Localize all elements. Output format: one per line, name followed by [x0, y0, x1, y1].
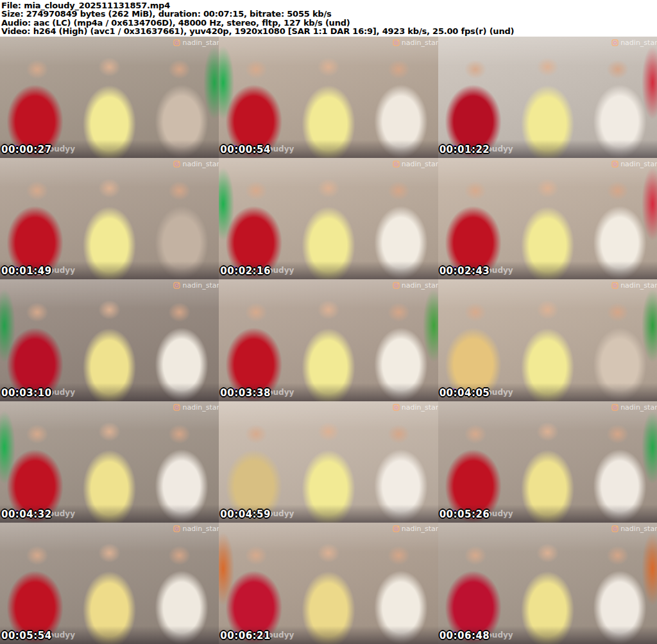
video-thumbnail: nadin_starr mia_cloudyy 00:06:48 — [438, 523, 657, 644]
instagram-icon — [611, 525, 619, 532]
top-watermark-label: nadin_starr — [620, 525, 657, 533]
top-watermark-label: nadin_starr — [182, 39, 219, 47]
instagram-icon — [611, 404, 619, 411]
top-watermark-label: nadin_starr — [620, 281, 657, 290]
instagram-icon — [611, 161, 619, 168]
top-watermark-label: nadin_starr — [182, 403, 219, 412]
video-thumbnail: nadin_starr mia_cloudyy 00:05:54 — [0, 523, 219, 644]
top-watermark-label: nadin_starr — [182, 525, 219, 533]
video-thumbnail: nadin_starr mia_cloudyy 00:05:26 — [438, 401, 657, 523]
top-right-watermark: nadin_starr — [173, 39, 219, 47]
top-right-watermark: nadin_starr — [393, 281, 438, 290]
timestamp-overlay: 00:04:59 — [220, 509, 271, 520]
top-watermark-label: nadin_starr — [402, 39, 438, 47]
timestamp-overlay: 00:05:54 — [1, 630, 52, 641]
instagram-icon — [393, 404, 400, 411]
video-thumbnail: nadin_starr mia_cloudyy 00:04:05 — [438, 279, 657, 401]
instagram-icon — [173, 404, 180, 411]
thumbnail-grid: nadin_starr mia_cloudyy 00:00:27 nadin_s… — [0, 37, 657, 644]
top-right-watermark: nadin_starr — [393, 525, 438, 533]
top-watermark-label: nadin_starr — [620, 39, 657, 47]
timestamp-overlay: 00:00:54 — [220, 144, 271, 155]
top-right-watermark: nadin_starr — [611, 39, 657, 47]
audio-info-line: Audio: aac (LC) (mp4a / 0x6134706D), 480… — [1, 19, 657, 27]
instagram-icon — [173, 525, 180, 532]
top-watermark-label: nadin_starr — [402, 525, 438, 533]
video-thumbnail: nadin_starr mia_cloudyy 00:03:38 — [219, 279, 438, 401]
instagram-icon — [393, 525, 400, 532]
video-thumbnail: nadin_starr mia_cloudyy 00:00:54 — [219, 37, 438, 158]
timestamp-overlay: 00:06:21 — [220, 630, 271, 641]
top-right-watermark: nadin_starr — [611, 525, 657, 533]
top-watermark-label: nadin_starr — [620, 160, 657, 168]
instagram-icon — [393, 282, 400, 289]
video-thumbnail: nadin_starr mia_cloudyy 00:01:22 — [438, 37, 657, 158]
top-watermark-label: nadin_starr — [182, 281, 219, 290]
top-right-watermark: nadin_starr — [611, 403, 657, 412]
video-thumbnail: nadin_starr mia_cloudyy 00:01:49 — [0, 158, 219, 279]
video-thumbnail: nadin_starr mia_cloudyy 00:06:21 — [219, 523, 438, 644]
instagram-icon — [173, 39, 180, 46]
video-thumbnail: nadin_starr mia_cloudyy 00:04:32 — [0, 401, 219, 523]
top-right-watermark: nadin_starr — [393, 39, 438, 47]
instagram-icon — [173, 282, 180, 289]
instagram-icon — [611, 282, 619, 289]
timestamp-overlay: 00:03:10 — [1, 387, 52, 399]
file-size-line: Size: 274970849 bytes (262 MiB), duratio… — [1, 10, 657, 18]
timestamp-overlay: 00:02:16 — [220, 265, 271, 277]
timestamp-overlay: 00:04:05 — [439, 387, 490, 399]
top-right-watermark: nadin_starr — [393, 160, 438, 168]
top-watermark-label: nadin_starr — [182, 160, 219, 168]
timestamp-overlay: 00:03:38 — [220, 387, 271, 399]
file-name-line: File: mia_cloudy_202511131857.mp4 — [1, 1, 657, 10]
timestamp-overlay: 00:06:48 — [439, 630, 490, 641]
timestamp-overlay: 00:02:43 — [439, 265, 490, 277]
top-watermark-label: nadin_starr — [402, 403, 438, 412]
top-right-watermark: nadin_starr — [393, 403, 438, 412]
video-thumbnail: nadin_starr mia_cloudyy 00:04:59 — [219, 401, 438, 523]
timestamp-overlay: 00:01:22 — [439, 144, 490, 155]
contact-sheet: File: mia_cloudy_202511131857.mp4 Size: … — [0, 0, 657, 644]
video-info-line: Video: h264 (High) (avc1 / 0x31637661), … — [1, 27, 657, 35]
top-watermark-label: nadin_starr — [402, 160, 438, 168]
instagram-icon — [173, 161, 180, 168]
timestamp-overlay: 00:01:49 — [1, 265, 52, 277]
instagram-icon — [393, 39, 400, 46]
instagram-icon — [393, 161, 400, 168]
timestamp-overlay: 00:04:32 — [1, 509, 52, 520]
top-right-watermark: nadin_starr — [173, 525, 219, 533]
timestamp-overlay: 00:05:26 — [439, 509, 490, 520]
video-thumbnail: nadin_starr mia_cloudyy 00:03:10 — [0, 279, 219, 401]
instagram-icon — [611, 39, 619, 46]
video-thumbnail: nadin_starr mia_cloudyy 00:02:16 — [219, 158, 438, 279]
video-thumbnail: nadin_starr mia_cloudyy 00:02:43 — [438, 158, 657, 279]
top-right-watermark: nadin_starr — [173, 403, 219, 412]
top-right-watermark: nadin_starr — [611, 281, 657, 290]
top-right-watermark: nadin_starr — [173, 281, 219, 290]
video-thumbnail: nadin_starr mia_cloudyy 00:00:27 — [0, 37, 219, 158]
timestamp-overlay: 00:00:27 — [1, 144, 52, 155]
top-watermark-label: nadin_starr — [620, 403, 657, 412]
metadata-header: File: mia_cloudy_202511131857.mp4 Size: … — [0, 0, 657, 37]
top-watermark-label: nadin_starr — [402, 281, 438, 290]
top-right-watermark: nadin_starr — [611, 160, 657, 168]
top-right-watermark: nadin_starr — [173, 160, 219, 168]
